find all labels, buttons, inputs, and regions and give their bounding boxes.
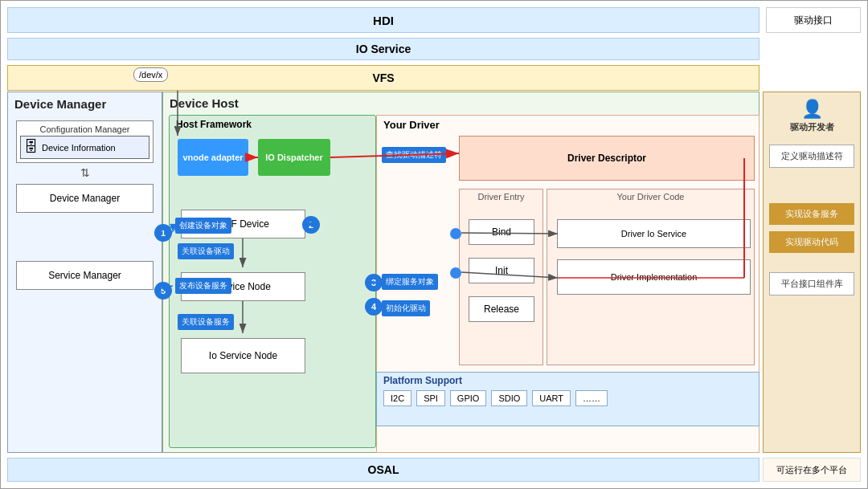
init-dot — [450, 267, 461, 279]
bind-service-label: 绑定服务对象 — [382, 274, 438, 290]
define-descriptor-label: 定义驱动描述符 — [781, 151, 843, 161]
step-3-circle: 3 — [365, 274, 383, 291]
hdi-bar: HDI — [7, 7, 760, 33]
driver-io-service-box: Driver Io Service — [557, 219, 751, 248]
ps-sdio: SDIO — [491, 390, 527, 406]
platform-support-panel: Platform Support I2C SPI GPIO SDIO UART … — [376, 372, 760, 426]
release-box: Release — [469, 296, 534, 322]
device-host-title: Device Host — [163, 92, 759, 114]
link-driver-label: 关联设备驱动 — [178, 243, 234, 259]
define-descriptor-btn: 定义驱动描述符 — [769, 145, 854, 168]
osal-bar: OSAL — [7, 458, 760, 482]
step-5-circle: 5 — [154, 282, 172, 300]
your-driver-code-title: Your Driver Code — [547, 189, 754, 204]
publish-service-label: 发布设备服务 — [175, 278, 231, 294]
osal-label: OSAL — [368, 463, 399, 476]
implement-service-btn: 实现设备服务 — [769, 203, 854, 225]
ps-spi: SPI — [416, 390, 445, 406]
dev-x-text: /dev/x — [139, 70, 162, 79]
query-driver-label: 查找驱动描述符 — [382, 147, 446, 163]
ps-more: …… — [575, 390, 608, 406]
device-manager-title: Device Manager — [8, 92, 162, 116]
ps-items: I2C SPI GPIO SDIO UART …… — [377, 389, 759, 408]
bind-dot — [450, 228, 461, 239]
driver-impl-label: Driver Implementation — [611, 272, 698, 282]
vnode-adapter-label: vnode adapter — [182, 153, 243, 162]
driver-entry-title: Driver Entry — [460, 189, 542, 204]
io-service-bar: IO Service — [7, 38, 760, 60]
vfs-bar: VFS — [7, 65, 760, 91]
diagram-container: HDI 驱动接口 IO Service VFS /dev/x Device Ma… — [0, 0, 868, 489]
step-2-circle: 2 — [302, 216, 320, 234]
platform-interface-label: 平台接口组件库 — [769, 272, 854, 295]
create-device-label: 创建设备对象 — [175, 218, 231, 234]
driver-interface-label: 驱动接口 — [766, 7, 861, 33]
run-multi-platform-text: 可运行在多个平台 — [776, 464, 847, 476]
dev-x-label: /dev/x — [133, 67, 168, 82]
driver-impl-box: Driver Implementation — [557, 259, 751, 295]
ps-i2c: I2C — [383, 390, 411, 406]
io-service-node-box: Io Service Node — [181, 338, 305, 373]
implement-driver-label: 实现驱动代码 — [785, 237, 838, 247]
io-dispatcher-label: IO Dispatcher — [265, 153, 323, 162]
device-manager-panel: Device Manager Configuration Manager 🗄 D… — [7, 92, 162, 453]
ps-uart: UART — [532, 390, 571, 406]
step-4-circle: 4 — [365, 298, 383, 316]
dm-box: Device Manager — [16, 184, 154, 213]
init-box: Init — [469, 258, 534, 283]
link-service-label: 关联设备服务 — [178, 314, 234, 330]
ps-title: Platform Support — [377, 373, 759, 389]
host-framework-title: Host Framework — [170, 116, 375, 133]
driver-descriptor-box: Driver Descriptor — [459, 136, 755, 181]
driver-developer-title: 驱动开发者 — [790, 121, 834, 133]
ps-gpio: GPIO — [450, 390, 487, 406]
step-1-circle: 1 — [154, 224, 172, 242]
init-driver-label: 初始化驱动 — [382, 300, 430, 316]
sm-box: Service Manager — [16, 261, 154, 290]
bind-box: Bind — [469, 219, 534, 245]
vnode-adapter-box: vnode adapter — [178, 139, 248, 176]
device-info-label: Device Information — [42, 143, 116, 153]
hdi-label: HDI — [373, 14, 394, 27]
driver-developer-panel: 👤 驱动开发者 定义驱动描述符 实现设备服务 实现驱动代码 平台接口组件库 — [763, 92, 861, 453]
device-info-box: 🗄 Device Information — [20, 136, 149, 159]
driver-interface-text: 驱动接口 — [794, 14, 833, 27]
vfs-label: VFS — [372, 71, 394, 84]
down-arrow-1: ⇅ — [8, 166, 162, 179]
io-dispatcher-box: IO Dispatcher — [258, 139, 330, 176]
implement-service-label: 实现设备服务 — [785, 209, 838, 218]
driver-developer-icon: 👤 — [801, 99, 823, 120]
config-manager-box: Configuration Manager 🗄 Device Informati… — [16, 120, 154, 163]
config-manager-label: Configuration Manager — [20, 124, 149, 134]
implement-driver-btn: 实现驱动代码 — [769, 231, 854, 253]
io-service-label: IO Service — [356, 43, 411, 55]
your-driver-title: Your Driver — [377, 116, 759, 134]
run-multi-platform-label: 可运行在多个平台 — [763, 458, 861, 482]
